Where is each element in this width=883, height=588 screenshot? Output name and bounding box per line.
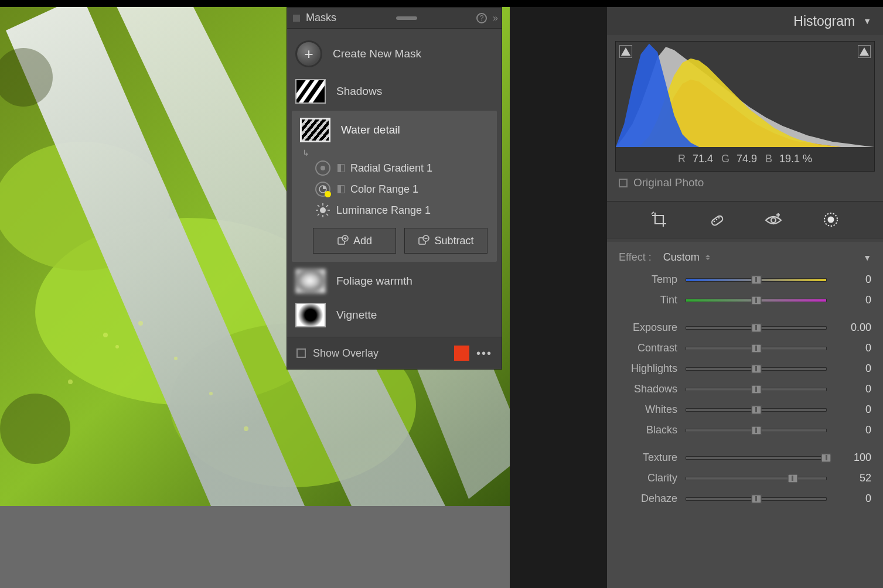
slider-value: 0 xyxy=(835,363,871,375)
component-luminance-range[interactable]: Luminance Range 1 xyxy=(300,200,489,221)
readout-g: 74.9 xyxy=(737,153,757,165)
slider-value: 0 xyxy=(835,342,871,354)
masks-panel-header[interactable]: Masks ? » xyxy=(287,8,502,29)
healing-tool-icon[interactable] xyxy=(707,210,726,229)
svg-point-38 xyxy=(771,218,776,223)
original-photo-toggle[interactable]: Original Photo xyxy=(607,174,883,197)
slider-value: 0 xyxy=(835,294,871,306)
svg-line-26 xyxy=(318,214,319,216)
slider-label: Texture xyxy=(619,452,677,464)
slider-label: Exposure xyxy=(619,322,677,334)
mask-label: Foliage warmth xyxy=(336,275,412,288)
component-radial-gradient[interactable]: Radial Gradient 1 xyxy=(300,158,489,179)
slider-blacks[interactable]: Blacks 0 xyxy=(619,420,871,440)
masking-tool-icon[interactable] xyxy=(821,210,840,229)
slider-track[interactable] xyxy=(686,408,827,412)
show-overlay-checkbox[interactable] xyxy=(296,348,306,358)
slider-whites[interactable]: Whites 0 xyxy=(619,399,871,420)
slider-texture[interactable]: Texture 100 xyxy=(619,447,871,468)
histogram-plot[interactable] xyxy=(616,42,874,147)
slider-track[interactable] xyxy=(686,299,827,302)
slider-temp[interactable]: Temp 0 xyxy=(619,269,871,290)
subtract-button-label: Subtract xyxy=(434,235,473,247)
overlay-color-swatch[interactable] xyxy=(454,346,469,361)
svg-point-15 xyxy=(209,392,213,395)
slider-label: Dehaze xyxy=(619,493,677,505)
panel-drag-grip[interactable] xyxy=(396,16,417,20)
slider-shadows[interactable]: Shadows 0 xyxy=(619,379,871,399)
help-icon[interactable]: ? xyxy=(476,13,487,23)
subtract-mask-component-button[interactable]: Subtract xyxy=(404,228,487,254)
slider-label: Blacks xyxy=(619,424,677,436)
mask-thumb xyxy=(295,79,326,104)
svg-point-37 xyxy=(718,217,720,219)
slider-contrast[interactable]: Contrast 0 xyxy=(619,338,871,358)
disclosure-triangle-icon[interactable]: ▼ xyxy=(863,16,871,26)
add-button-label: Add xyxy=(353,235,372,247)
svg-point-10 xyxy=(103,333,108,337)
mask-item-water-detail[interactable]: Water detail ↳ Radial Gradient 1 xyxy=(292,111,497,262)
crop-tool-icon[interactable] xyxy=(650,210,669,229)
histogram-readout: R 71.4 G 74.9 B 19.1 % xyxy=(616,147,874,171)
slider-track[interactable] xyxy=(686,347,827,350)
slider-label: Tint xyxy=(619,294,677,306)
slider-label: Highlights xyxy=(619,363,677,375)
component-label: Radial Gradient 1 xyxy=(350,162,432,175)
collapse-icon[interactable]: » xyxy=(493,13,496,23)
effect-label: Effect : xyxy=(619,251,652,264)
slider-track[interactable] xyxy=(686,497,827,501)
slider-dehaze[interactable]: Dehaze 0 xyxy=(619,488,871,509)
slider-track[interactable] xyxy=(686,367,827,371)
masks-panel: Masks ? » + Create New Mask Shadows Wate… xyxy=(287,7,502,370)
svg-point-36 xyxy=(715,219,717,221)
component-mode-icon xyxy=(337,185,345,193)
svg-point-14 xyxy=(68,380,73,384)
add-icon xyxy=(337,235,349,247)
develop-right-panel: Histogram ▼ R 71.4 G 74.9 B 19.1 % Origi… xyxy=(607,7,883,588)
subtract-icon xyxy=(418,235,429,247)
more-options-icon[interactable]: ••• xyxy=(476,347,492,360)
add-mask-component-button[interactable]: Add xyxy=(313,228,396,254)
component-color-range[interactable]: Color Range 1 xyxy=(300,179,489,200)
dropdown-icon xyxy=(705,255,711,261)
histogram-header[interactable]: Histogram ▼ xyxy=(607,7,883,35)
mask-item-foliage[interactable]: Foliage warmth xyxy=(287,264,502,298)
original-photo-label: Original Photo xyxy=(633,176,704,189)
slider-clarity[interactable]: Clarity 52 xyxy=(619,468,871,488)
show-overlay-label: Show Overlay xyxy=(313,347,379,360)
slider-track[interactable] xyxy=(686,456,827,460)
mask-item-shadows[interactable]: Shadows xyxy=(287,74,502,108)
slider-track[interactable] xyxy=(686,278,827,282)
luminance-range-icon xyxy=(315,203,330,218)
slider-tint[interactable]: Tint 0 xyxy=(619,290,871,310)
mask-item-vignette[interactable]: Vignette xyxy=(287,298,502,332)
shadow-clipping-toggle[interactable] xyxy=(619,45,632,58)
slider-track[interactable] xyxy=(686,388,827,391)
slider-value: 0 xyxy=(835,404,871,416)
slider-value: 52 xyxy=(835,472,871,484)
slider-track[interactable] xyxy=(686,326,827,330)
component-tree-arrow-icon: ↳ xyxy=(302,148,489,158)
create-new-mask-button[interactable]: + Create New Mask xyxy=(287,33,502,74)
highlight-clipping-toggle[interactable] xyxy=(858,45,871,58)
disclosure-triangle-icon[interactable]: ▼ xyxy=(863,253,871,262)
slider-exposure[interactable]: Exposure 0.00 xyxy=(619,317,871,338)
slider-highlights[interactable]: Highlights 0 xyxy=(619,358,871,379)
svg-point-7 xyxy=(0,394,70,464)
effect-preset-dropdown[interactable]: Custom xyxy=(663,251,711,264)
create-new-mask-label: Create New Mask xyxy=(333,47,421,60)
effect-value: Custom xyxy=(663,251,700,264)
slider-value: 0 xyxy=(835,493,871,505)
mask-thumb xyxy=(295,303,326,327)
app-topbar xyxy=(0,0,883,7)
slider-track[interactable] xyxy=(686,477,827,480)
mask-label: Vignette xyxy=(336,309,377,322)
readout-b: 19.1 % xyxy=(779,153,812,165)
readout-r: 71.4 xyxy=(693,153,713,165)
histogram-box: R 71.4 G 74.9 B 19.1 % xyxy=(615,41,875,172)
dock-icon[interactable] xyxy=(293,15,300,22)
original-photo-checkbox[interactable] xyxy=(619,179,628,187)
redeye-tool-icon[interactable] xyxy=(764,210,783,229)
svg-line-25 xyxy=(326,205,328,207)
slider-track[interactable] xyxy=(686,429,827,432)
